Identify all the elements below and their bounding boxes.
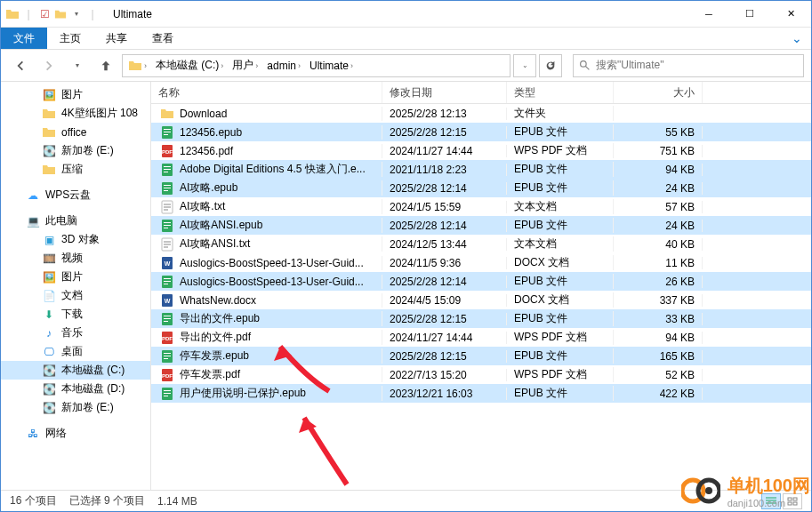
view-details-button[interactable]: [761, 493, 781, 509]
tree-wallpaper[interactable]: 4K壁纸图片 108: [1, 104, 150, 123]
table-row[interactable]: AI攻略.txt2024/1/5 15:59文本文档57 KB: [151, 197, 811, 216]
minimize-button[interactable]: ─: [688, 1, 729, 28]
tab-share[interactable]: 共享: [93, 28, 140, 49]
table-row[interactable]: 123456.epub2025/2/28 12:15EPUB 文件55 KB: [151, 123, 811, 141]
folder-icon: [42, 107, 56, 121]
breadcrumb-dropdown[interactable]: ⌄: [513, 54, 536, 77]
view-large-button[interactable]: [783, 493, 802, 509]
refresh-button[interactable]: [539, 54, 562, 77]
tree-office[interactable]: office: [1, 123, 150, 141]
tree-compress[interactable]: 压缩: [1, 160, 150, 179]
nav-tree[interactable]: 🖼️图片 4K壁纸图片 108 office 💽新加卷 (E:) 压缩 ☁WPS…: [1, 82, 151, 490]
file-name: Download: [180, 108, 227, 120]
table-row[interactable]: Adobe Digital Editions 4.5 快速入门.e...2021…: [151, 160, 811, 179]
svg-rect-51: [164, 396, 168, 396]
tree-pics2[interactable]: 🖼️图片: [1, 268, 150, 286]
svg-rect-33: [164, 284, 168, 284]
title-bar: | ☑ ▾ | Ultimate ─ ☐ ✕: [1, 1, 811, 28]
back-button[interactable]: [8, 53, 33, 78]
file-type: EPUB 文件: [507, 162, 614, 177]
picture-icon: 🖼️: [42, 270, 56, 284]
up-button[interactable]: [93, 53, 118, 78]
file-name: Adobe Digital Editions 4.5 快速入门.e...: [180, 162, 366, 177]
tree-videos[interactable]: 🎞️视频: [1, 249, 150, 268]
file-size: 94 KB: [614, 164, 703, 176]
table-row[interactable]: WWhatsNew.docx2024/4/5 15:09DOCX 文档337 K…: [151, 291, 811, 309]
file-size: 11 KB: [614, 257, 703, 269]
file-size: 337 KB: [614, 294, 703, 307]
svg-rect-55: [793, 502, 797, 505]
file-name: 123456.epub: [180, 126, 242, 139]
breadcrumb-item[interactable]: admin›: [263, 55, 306, 76]
tree-vol-d[interactable]: 💽本地磁盘 (D:): [1, 380, 150, 398]
file-name: AI攻略.txt: [180, 199, 225, 214]
svg-point-0: [581, 61, 587, 68]
breadcrumb[interactable]: › 本地磁盘 (C:)› 用户› admin› Ultimate›: [122, 54, 511, 77]
folder-icon: [42, 125, 56, 140]
table-row[interactable]: PDF导出的文件.pdf2024/11/27 14:44WPS PDF 文档94…: [151, 328, 811, 347]
file-size: 422 KB: [614, 388, 703, 400]
file-type: DOCX 文档: [507, 292, 614, 308]
table-row[interactable]: Download2025/2/28 12:13文件夹: [151, 104, 811, 123]
table-row[interactable]: WAuslogics-BoostSpeed-13-User-Guid...202…: [151, 253, 811, 272]
file-size: 165 KB: [614, 350, 703, 363]
tree-docs[interactable]: 📄文档: [1, 286, 150, 305]
table-row[interactable]: 导出的文件.epub2025/2/28 12:15EPUB 文件33 KB: [151, 309, 811, 328]
col-name[interactable]: 名称: [151, 82, 382, 103]
qat-dropdown-icon[interactable]: ▾: [69, 7, 84, 21]
tree-network[interactable]: 🖧网络: [1, 424, 150, 443]
col-size[interactable]: 大小: [614, 82, 703, 103]
tree-downloads[interactable]: ⬇下载: [1, 305, 150, 324]
folder-small-icon[interactable]: [53, 7, 68, 21]
table-row[interactable]: PDF停车发票.pdf2022/7/13 15:20WPS PDF 文档52 K…: [151, 365, 811, 384]
table-row[interactable]: 用户使用说明-已保护.epub2023/12/21 16:03EPUB 文件42…: [151, 384, 811, 403]
svg-rect-44: [164, 356, 171, 356]
breadcrumb-item[interactable]: 本地磁盘 (C:)›: [152, 55, 229, 76]
tab-file[interactable]: 文件: [1, 28, 47, 49]
tree-3d[interactable]: ▣3D 对象: [1, 230, 150, 249]
tree-desktop[interactable]: 🖵桌面: [1, 342, 150, 361]
forward-button[interactable]: [36, 53, 61, 78]
col-type[interactable]: 类型: [507, 82, 614, 103]
file-date: 2025/2/28 12:14: [382, 220, 507, 232]
folder-icon: [42, 163, 56, 177]
tab-home[interactable]: 主页: [47, 28, 93, 49]
table-row[interactable]: Auslogics-BoostSpeed-13-User-Guid...2025…: [151, 272, 811, 291]
breadcrumb-item[interactable]: 用户›: [229, 55, 263, 76]
breadcrumb-item[interactable]: Ultimate›: [306, 55, 358, 76]
tree-vol-e2[interactable]: 💽新加卷 (E:): [1, 398, 150, 417]
epub-icon: [160, 219, 174, 233]
col-date[interactable]: 修改日期: [382, 82, 507, 103]
svg-rect-31: [164, 278, 171, 279]
file-type: DOCX 文档: [507, 255, 614, 270]
list-body[interactable]: Download2025/2/28 12:13文件夹123456.epub202…: [151, 104, 811, 490]
tree-pictures[interactable]: 🖼️图片: [1, 85, 150, 104]
tree-vol-c[interactable]: 💽本地磁盘 (C:): [1, 361, 150, 380]
breadcrumb-root-icon[interactable]: ›: [125, 55, 152, 76]
recent-dropdown[interactable]: ▾: [65, 53, 90, 78]
table-row[interactable]: PDF123456.pdf2024/11/27 14:44WPS PDF 文档7…: [151, 141, 811, 160]
file-date: 2024/11/27 14:44: [382, 332, 507, 344]
file-date: 2025/2/28 12:15: [382, 313, 507, 325]
check-icon[interactable]: ☑: [37, 7, 52, 21]
ribbon-expand-icon[interactable]: ⌄: [783, 28, 811, 49]
svg-rect-53: [793, 498, 797, 500]
status-selected: 已选择 9 个项目: [69, 493, 145, 508]
table-row[interactable]: AI攻略.epub2025/2/28 12:14EPUB 文件24 KB: [151, 179, 811, 197]
table-row[interactable]: AI攻略ANSI.epub2025/2/28 12:14EPUB 文件24 KB: [151, 216, 811, 235]
file-type: EPUB 文件: [507, 218, 614, 233]
tab-view[interactable]: 查看: [140, 28, 186, 49]
table-row[interactable]: AI攻略ANSI.txt2024/12/5 13:44文本文档40 KB: [151, 235, 811, 253]
tree-music[interactable]: ♪音乐: [1, 324, 150, 342]
table-row[interactable]: 停车发票.epub2025/2/28 12:15EPUB 文件165 KB: [151, 347, 811, 365]
file-name: AI攻略ANSI.epub: [180, 218, 262, 233]
tree-vol-e[interactable]: 💽新加卷 (E:): [1, 141, 150, 160]
close-button[interactable]: ✕: [770, 1, 811, 28]
svg-rect-43: [164, 353, 171, 354]
tree-thispc[interactable]: 💻此电脑: [1, 212, 150, 230]
search-input[interactable]: 搜索"Ultimate": [573, 54, 804, 77]
tree-wps[interactable]: ☁WPS云盘: [1, 186, 150, 204]
status-size: 1.14 MB: [157, 495, 197, 508]
svg-rect-3: [164, 129, 171, 130]
maximize-button[interactable]: ☐: [729, 1, 770, 28]
